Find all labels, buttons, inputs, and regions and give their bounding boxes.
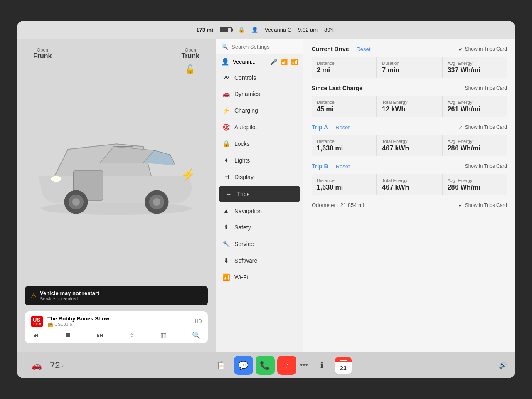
calendar-app[interactable]: ▬▬ 23 <box>335 357 352 374</box>
service-label: Service <box>234 241 254 247</box>
calendar-date: 23 <box>340 362 347 374</box>
svg-point-7 <box>153 198 160 206</box>
trip-a-reset[interactable]: Reset <box>335 124 350 131</box>
sidebar-item-controls[interactable]: 👁 Controls <box>216 69 303 86</box>
sidebar-item-autopilot[interactable]: 🎯 Autopilot <box>216 119 303 135</box>
car-svg: ⚡ <box>25 60 208 282</box>
profile-name: Veeann... <box>233 59 256 65</box>
bluetooth-icon: 📶 <box>281 59 288 65</box>
controls-label: Controls <box>234 74 256 81</box>
music-player: US 103.5 The Bobby Bones Show 📻 US103.5 … <box>25 311 208 343</box>
odometer-value: Odometer : 21,854 mi <box>312 202 364 208</box>
sidebar-item-display[interactable]: 🖥 Display <box>216 169 303 185</box>
display-icon: 🖥 <box>222 173 230 180</box>
search-bar[interactable]: 🔍 <box>216 39 303 54</box>
next-button[interactable]: ⏭ <box>97 332 103 339</box>
lock-icon: 🔓 <box>185 64 195 74</box>
sidebar-item-trips[interactable]: ↔ Trips <box>219 186 300 202</box>
prev-button[interactable]: ⏮ <box>32 332 39 339</box>
sidebar-item-service[interactable]: 🔧 Service <box>216 236 303 252</box>
taskbar: 🚗 72 › 📋 💬 📞 ♪ ••• ℹ ▬▬ 23 🔊 <box>17 352 515 378</box>
volume-control[interactable]: 🔊 <box>499 361 507 369</box>
trip-a-distance-cell: Distance 1,630 mi <box>312 135 376 156</box>
sidebar-item-locks[interactable]: 🔒 Locks <box>216 135 303 152</box>
station-logo: US 103.5 <box>31 316 43 327</box>
favorite-button[interactable]: ☆ <box>129 331 135 339</box>
current-drive-reset[interactable]: Reset <box>356 46 370 52</box>
odometer-row: Odometer : 21,854 mi ✓ Show in Trips Car… <box>312 202 507 208</box>
software-label: Software <box>234 257 257 264</box>
trip-a-check: ✓ <box>458 124 463 131</box>
autopilot-label: Autopilot <box>234 124 257 131</box>
navigation-icon: ▲ <box>222 207 230 214</box>
lock-status-icon: 🔒 <box>238 27 245 33</box>
wifi-icon: 📶 <box>222 273 230 281</box>
service-icon: 🔧 <box>222 240 230 248</box>
username-display: Veeanna C <box>265 27 291 33</box>
navigation-label: Navigation <box>234 208 262 214</box>
more-apps-button[interactable]: ••• <box>300 361 308 369</box>
trip-b-show-trips[interactable]: Show in Trips Card <box>465 163 507 169</box>
user-icon: 👤 <box>251 27 258 33</box>
sidebar-item-software[interactable]: ⬇ Software <box>216 252 303 269</box>
svg-point-8 <box>51 176 62 182</box>
charging-label: Charging <box>234 107 258 114</box>
trip-b-grid: Distance 1,630 mi Total Energy 467 kWh A… <box>312 174 507 195</box>
music-info: The Bobby Bones Show 📻 US103.5 <box>47 315 191 327</box>
trip-b-reset[interactable]: Reset <box>336 163 350 170</box>
search-input[interactable] <box>232 44 301 50</box>
trip-b-energy-total-cell: Total Energy 467 kWh <box>377 174 441 195</box>
last-charge-grid: Distance 45 mi Total Energy 12 kWh Avg. … <box>312 96 507 117</box>
messages-app[interactable]: 💬 <box>234 356 253 375</box>
svg-point-0 <box>41 202 192 215</box>
lights-icon: ✦ <box>222 157 230 164</box>
trip-a-show-trips[interactable]: ✓ Show in Trips Card <box>458 124 507 131</box>
mic-icon: 🎤 <box>270 59 277 65</box>
temp-display: 80°F <box>324 27 336 33</box>
car-labels: Open Frunk Open Trunk <box>21 47 212 60</box>
display-label: Display <box>234 174 254 180</box>
stop-button[interactable]: ⏹ <box>64 332 71 339</box>
sidebar-item-wifi[interactable]: 📶 Wi-Fi <box>216 269 303 286</box>
temp-arrow: › <box>62 362 63 368</box>
settings-nav: 🔍 👤 Veeann... 🎤 📶 📶 👁 Controls 🚗 Dynamic… <box>216 39 303 352</box>
music-app[interactable]: ♪ <box>277 356 296 375</box>
search-music-button[interactable]: 🔍 <box>192 331 200 339</box>
alert-banner: ⚠ Vehicle may not restart Service is req… <box>25 286 208 305</box>
trip-b-header: Trip B Reset Show in Trips Card <box>312 163 507 170</box>
trips-label: Trips <box>237 191 250 197</box>
car-home-button[interactable]: 🚗 <box>25 355 48 375</box>
dynamics-label: Dynamics <box>234 91 260 97</box>
odometer-show-trips[interactable]: ✓ Show in Trips Card <box>458 202 507 208</box>
battery-indicator <box>220 27 232 32</box>
current-drive-grid: Distance 2 mi Duration 7 min Avg. Energy… <box>312 57 507 78</box>
sidebar-item-navigation[interactable]: ▲ Navigation <box>216 203 303 219</box>
profile-bar: 👤 Veeann... 🎤 📶 📶 <box>216 54 303 69</box>
notepad-app[interactable]: 📋 <box>209 355 233 375</box>
info-app[interactable]: ℹ <box>310 355 334 375</box>
equalizer-button[interactable]: ▥ <box>160 331 167 339</box>
locks-icon: 🔒 <box>222 140 230 148</box>
current-drive-show-trips[interactable]: ✓ Show in Trips Card <box>458 46 507 52</box>
car-image-area: 🔓 <box>25 60 208 282</box>
alert-icon: ⚠ <box>31 292 37 300</box>
calendar-header: ▬▬ <box>340 358 347 362</box>
frunk-label[interactable]: Open Frunk <box>33 47 52 60</box>
charge-distance-cell: Distance 45 mi <box>312 96 376 117</box>
sidebar-item-charging[interactable]: ⚡ Charging <box>216 102 303 119</box>
trip-b-avg-energy-cell: Avg. Energy 286 Wh/mi <box>443 174 507 195</box>
current-duration-cell: Duration 7 min <box>377 57 441 78</box>
last-charge-header: Since Last Charge Show in Trips Card <box>312 85 507 91</box>
music-controls[interactable]: ⏮ ⏹ ⏭ ☆ ▥ 🔍 <box>31 331 202 339</box>
current-energy-cell: Avg. Energy 337 Wh/mi <box>443 57 507 78</box>
last-charge-show-trips[interactable]: Show in Trips Card <box>465 85 507 91</box>
sidebar-item-lights[interactable]: ✦ Lights <box>216 152 303 169</box>
nav-items: 👁 Controls 🚗 Dynamics ⚡ Charging 🎯 Autop… <box>216 69 303 352</box>
odometer-check: ✓ <box>458 202 463 208</box>
charge-avg-energy-cell: Avg. Energy 261 Wh/mi <box>443 96 507 117</box>
sidebar-item-safety[interactable]: ℹ Safety <box>216 219 303 236</box>
sidebar-item-dynamics[interactable]: 🚗 Dynamics <box>216 86 303 102</box>
phone-app[interactable]: 📞 <box>256 356 275 375</box>
trunk-label[interactable]: Open Trunk <box>181 47 200 60</box>
left-panel: Open Frunk Open Trunk 🔓 <box>17 39 216 352</box>
